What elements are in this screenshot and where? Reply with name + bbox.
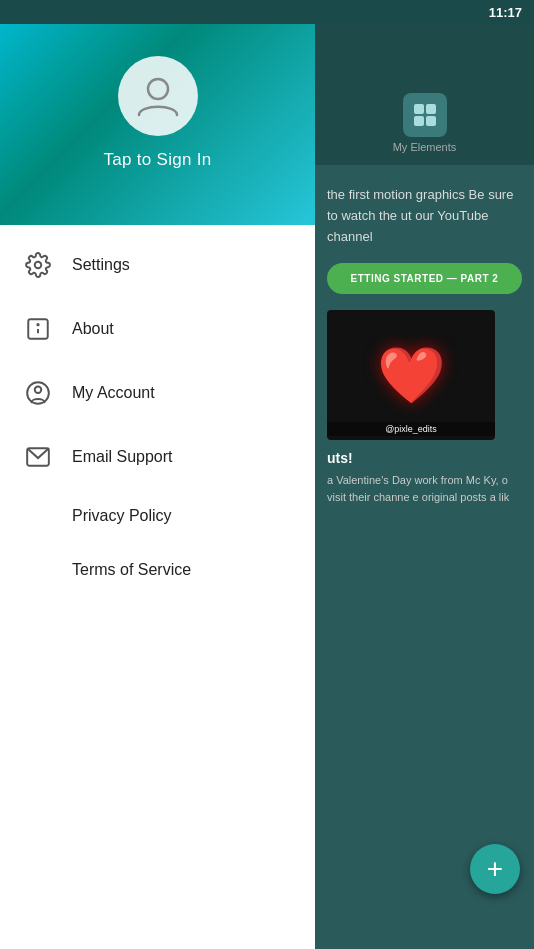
right-panel-top: My Elements xyxy=(315,0,534,165)
menu-item-privacy-policy[interactable]: Privacy Policy xyxy=(0,489,315,543)
right-panel: My Elements the first motion graphics Be… xyxy=(315,0,534,949)
email-support-label: Email Support xyxy=(72,448,173,466)
menu-item-settings[interactable]: Settings xyxy=(0,233,315,297)
user-icon xyxy=(133,71,183,121)
heart-visual: ❤️ xyxy=(377,343,446,408)
shoutouts-title: uts! xyxy=(327,450,522,466)
plus-icon: + xyxy=(487,855,503,883)
fab-add-button[interactable]: + xyxy=(470,844,520,894)
gear-icon xyxy=(24,251,52,279)
envelope-icon xyxy=(24,443,52,471)
navigation-drawer: Tap to Sign In Settings About xyxy=(0,0,315,949)
video-thumbnail: ❤️ @pixle_edits xyxy=(327,310,495,440)
shoutouts-desc: a Valentine's Day work from Mc Ky, o vis… xyxy=(327,472,522,505)
menu-item-terms-of-service[interactable]: Terms of Service xyxy=(0,543,315,597)
menu-item-about[interactable]: About xyxy=(0,297,315,361)
right-panel-body: the first motion graphics Be sure to wat… xyxy=(315,165,534,525)
status-time: 11:17 xyxy=(489,5,522,20)
menu-list: Settings About My Account xyxy=(0,225,315,949)
svg-rect-8 xyxy=(414,104,424,114)
thumbnail-credit: @pixle_edits xyxy=(327,422,495,436)
info-icon xyxy=(24,315,52,343)
status-bar: 11:17 xyxy=(0,0,534,24)
svg-rect-9 xyxy=(426,104,436,114)
svg-point-0 xyxy=(148,79,168,99)
svg-rect-10 xyxy=(414,116,424,126)
svg-point-1 xyxy=(35,262,42,269)
sign-in-label[interactable]: Tap to Sign In xyxy=(103,150,211,170)
my-account-label: My Account xyxy=(72,384,155,402)
privacy-policy-label: Privacy Policy xyxy=(72,507,172,524)
avatar xyxy=(118,56,198,136)
svg-rect-11 xyxy=(426,116,436,126)
thumbnail-section: ❤️ @pixle_edits xyxy=(327,310,522,440)
about-label: About xyxy=(72,320,114,338)
menu-item-email-support[interactable]: Email Support xyxy=(0,425,315,489)
drawer-header[interactable]: Tap to Sign In xyxy=(0,0,315,225)
elements-icon xyxy=(403,93,447,137)
menu-item-my-account[interactable]: My Account xyxy=(0,361,315,425)
settings-label: Settings xyxy=(72,256,130,274)
user-circle-icon xyxy=(24,379,52,407)
svg-point-6 xyxy=(35,387,42,394)
terms-of-service-label: Terms of Service xyxy=(72,561,191,578)
body-text: the first motion graphics Be sure to wat… xyxy=(327,185,522,247)
elements-label: My Elements xyxy=(393,141,457,153)
cta-button[interactable]: ETTING STARTED — PART 2 xyxy=(327,263,522,294)
